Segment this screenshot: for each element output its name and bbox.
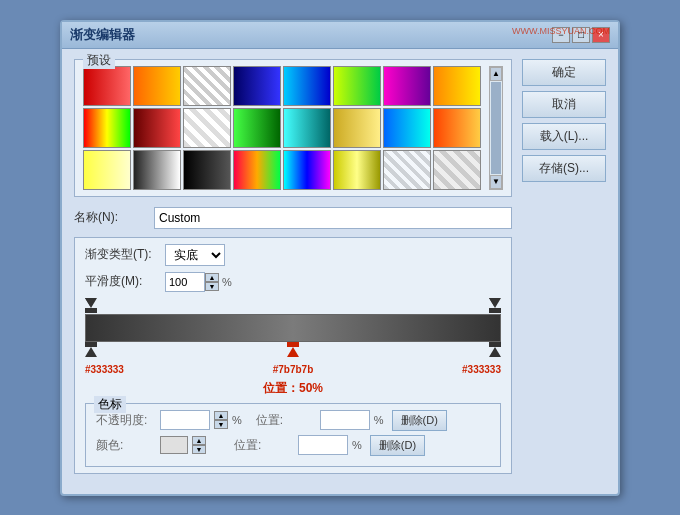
preset-item[interactable] <box>383 66 431 106</box>
preset-item[interactable] <box>233 66 281 106</box>
color-pos-label: 位置: <box>234 437 294 454</box>
smoothness-stepper[interactable]: ▲ ▼ <box>205 273 219 291</box>
stop-right-label: #333333 <box>462 364 501 375</box>
smoothness-input-wrap: ▲ ▼ <box>165 272 219 292</box>
stop-position-label: 位置：50% <box>85 380 501 397</box>
save-button[interactable]: 存储(S)... <box>522 155 606 182</box>
opacity-stepper[interactable]: ▲ ▼ <box>214 411 228 429</box>
preset-item[interactable] <box>233 150 281 190</box>
color-label: 颜色: <box>96 437 156 454</box>
stop-color-labels: #333333 #7b7b7b #333333 <box>85 364 501 380</box>
color-stop-left[interactable] <box>85 342 97 357</box>
watermark: WWW.MISSYUAN.COM <box>512 26 610 36</box>
preset-item[interactable] <box>333 108 381 148</box>
preset-scrollbar[interactable]: ▲ ▼ <box>489 66 503 190</box>
stop-left-label: #333333 <box>85 364 124 375</box>
color-stop-section-label: 色标 <box>94 396 126 413</box>
scroll-up-arrow[interactable]: ▲ <box>490 67 502 81</box>
color-swatch[interactable] <box>160 436 188 454</box>
color-stops-row <box>85 342 501 362</box>
color-pos-input[interactable] <box>298 435 348 455</box>
gradient-bar-container: #333333 #7b7b7b #333333 位置：50% <box>85 298 501 397</box>
opacity-unit: % <box>232 414 242 426</box>
color-stepper[interactable]: ▲ ▼ <box>192 436 206 454</box>
opacity-pos-input[interactable] <box>320 410 370 430</box>
preset-item[interactable] <box>233 108 281 148</box>
name-input[interactable] <box>154 207 512 229</box>
left-content: 预设 ▲ ▼ 名称(N): <box>74 59 512 484</box>
preset-item[interactable] <box>133 108 181 148</box>
color-delete-button[interactable]: 删除(D) <box>370 435 425 456</box>
preset-item[interactable] <box>133 66 181 106</box>
name-label: 名称(N): <box>74 209 154 226</box>
preset-item[interactable] <box>333 150 381 190</box>
position-display: 位置：50% <box>263 381 323 395</box>
preset-item[interactable] <box>433 66 481 106</box>
opacity-pos-label: 位置: <box>256 412 316 429</box>
preset-item[interactable] <box>83 108 131 148</box>
opacity-up[interactable]: ▲ <box>214 411 228 420</box>
preset-grid <box>83 66 485 190</box>
color-position-row: 颜色: ▲ ▼ 位置: % 删除(D) <box>96 435 490 456</box>
cancel-button[interactable]: 取消 <box>522 91 606 118</box>
color-up[interactable]: ▲ <box>192 436 206 445</box>
preset-item[interactable] <box>283 66 331 106</box>
gradient-editor-dialog: 渐变编辑器 － □ × 预设 ▲ ▼ <box>60 20 620 496</box>
opacity-down[interactable]: ▼ <box>214 420 228 429</box>
preset-item[interactable] <box>433 150 481 190</box>
preset-item[interactable] <box>183 66 231 106</box>
preset-item[interactable] <box>383 108 431 148</box>
smoothness-label: 平滑度(M): <box>85 273 165 290</box>
gradient-type-select[interactable]: 实底 杂色 <box>165 244 225 266</box>
color-stop-controls: 色标 不透明度: ▲ ▼ % 位置: % <box>85 403 501 467</box>
gradient-type-row: 渐变类型(T): 实底 杂色 <box>85 244 501 266</box>
preset-item[interactable] <box>83 66 131 106</box>
smoothness-up[interactable]: ▲ <box>205 273 219 282</box>
right-buttons: 确定 取消 载入(L)... 存储(S)... <box>522 59 606 182</box>
preset-item[interactable] <box>83 150 131 190</box>
scroll-thumb[interactable] <box>491 82 501 174</box>
preset-item[interactable] <box>133 150 181 190</box>
dialog-title: 渐变编辑器 <box>70 26 135 44</box>
color-stop-right[interactable] <box>489 342 501 357</box>
smoothness-down[interactable]: ▼ <box>205 282 219 291</box>
color-stop-mid[interactable] <box>287 342 299 357</box>
ok-button[interactable]: 确定 <box>522 59 606 86</box>
color-pos-unit: % <box>352 439 362 451</box>
opacity-delete-button[interactable]: 删除(D) <box>392 410 447 431</box>
gradient-settings-section: 渐变类型(T): 实底 杂色 平滑度(M): ▲ ▼ <box>74 237 512 474</box>
opacity-position-row: 不透明度: ▲ ▼ % 位置: % 删除(D) <box>96 410 490 431</box>
dialog-content: 预设 ▲ ▼ 名称(N): <box>62 49 618 494</box>
opacity-stops-row <box>85 298 501 312</box>
load-button[interactable]: 载入(L)... <box>522 123 606 150</box>
stop-mid-label: #7b7b7b <box>273 364 314 375</box>
smoothness-unit: % <box>222 276 232 288</box>
smoothness-row: 平滑度(M): ▲ ▼ % <box>85 272 501 292</box>
preset-grid-container: ▲ ▼ <box>83 66 503 190</box>
main-layout: 预设 ▲ ▼ 名称(N): <box>74 59 606 484</box>
preset-item[interactable] <box>283 108 331 148</box>
opacity-stop-right[interactable] <box>489 298 501 312</box>
opacity-input[interactable] <box>160 410 210 430</box>
preset-item[interactable] <box>333 66 381 106</box>
preset-item[interactable] <box>183 108 231 148</box>
smoothness-input[interactable] <box>165 272 205 292</box>
gradient-type-label: 渐变类型(T): <box>85 246 165 263</box>
preset-section: 预设 ▲ ▼ <box>74 59 512 197</box>
opacity-pos-unit: % <box>374 414 384 426</box>
preset-item[interactable] <box>383 150 431 190</box>
opacity-label: 不透明度: <box>96 412 156 429</box>
preset-item[interactable] <box>283 150 331 190</box>
color-down[interactable]: ▼ <box>192 445 206 454</box>
scroll-down-arrow[interactable]: ▼ <box>490 175 502 189</box>
preset-label: 预设 <box>83 52 115 69</box>
preset-item[interactable] <box>183 150 231 190</box>
preset-item[interactable] <box>433 108 481 148</box>
opacity-stop-left[interactable] <box>85 298 97 312</box>
name-row: 名称(N): <box>74 207 512 229</box>
gradient-preview-bar[interactable] <box>85 314 501 342</box>
